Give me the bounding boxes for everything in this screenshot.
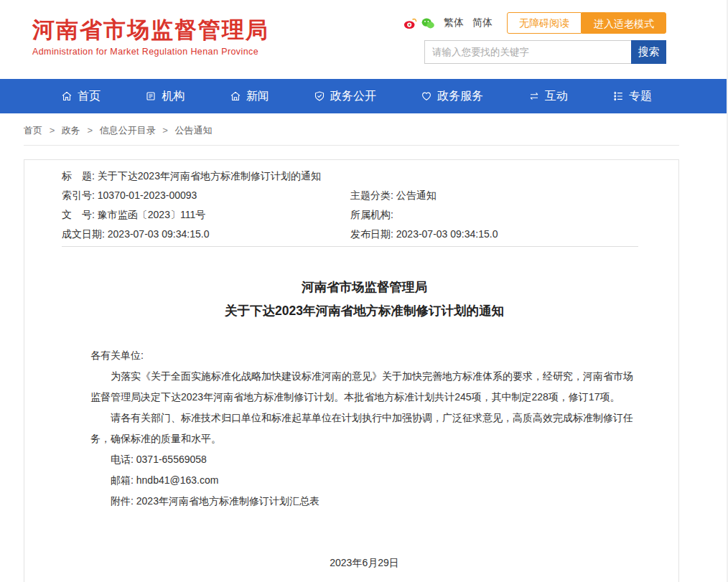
home-icon bbox=[61, 90, 73, 102]
article: 河南省市场监督管理局 关于下达2023年河南省地方标准制修订计划的通知 各有关单… bbox=[24, 276, 678, 573]
meta-row-docno: 文 号: 豫市监函〔2023〕111号 所属机构: bbox=[62, 205, 638, 225]
weibo-icon[interactable] bbox=[403, 17, 417, 29]
phone-line: 电话: 0371-65569058 bbox=[90, 449, 638, 470]
nav-label: 互动 bbox=[545, 89, 568, 104]
content-card: 标 题: 关于下达2023年河南省地方标准制修订计划的通知 索引号: 10370… bbox=[24, 159, 679, 582]
nav-item-gov-service[interactable]: 政务服务 bbox=[421, 89, 483, 104]
breadcrumb-home[interactable]: 首页 bbox=[24, 125, 42, 136]
paragraph-1: 为落实《关于全面实施标准化战略加快建设标准河南的意见》关于加快完善地方标准体系的… bbox=[90, 366, 638, 408]
meta-row-dates: 成文日期: 2023-07-03 09:34:15.0 发布日期: 2023-0… bbox=[62, 225, 638, 244]
nav-label: 首页 bbox=[78, 89, 101, 104]
nav-item-gov-open[interactable]: 政务公开 bbox=[314, 89, 376, 104]
breadcrumb-info-catalog[interactable]: 信息公开目录 bbox=[100, 125, 156, 136]
meta-title-value: 关于下达2023年河南省地方标准制修订计划的通知 bbox=[98, 166, 321, 186]
meta-written-date-value: 2023-07-03 09:34:15.0 bbox=[108, 228, 210, 240]
meta-category-value: 公告通知 bbox=[396, 189, 437, 201]
topic-icon bbox=[612, 90, 624, 102]
breadcrumb-separator: > bbox=[162, 125, 168, 136]
elder-mode-button[interactable]: 进入适老模式 bbox=[582, 12, 666, 34]
nav-label: 机构 bbox=[162, 89, 185, 104]
org-icon bbox=[145, 90, 157, 102]
news-icon bbox=[230, 90, 241, 102]
lang-traditional-link[interactable]: 繁体 bbox=[444, 17, 464, 29]
nav-item-topic[interactable]: 专题 bbox=[612, 89, 652, 104]
breadcrumb: 首页 > 政务 > 信息公开目录 > 公告通知 bbox=[24, 113, 679, 146]
page: 河南省市场监督管理局 Administration for Market Reg… bbox=[0, 0, 728, 582]
search-button[interactable]: 搜索 bbox=[631, 40, 666, 64]
accessibility-button[interactable]: 无障碍阅读 bbox=[507, 12, 582, 34]
site-subtitle: Administration for Market Regulation Hen… bbox=[32, 47, 269, 57]
site-logo: 河南省市场监督管理局 Administration for Market Reg… bbox=[32, 17, 269, 57]
meta-title-label: 标 题: bbox=[62, 166, 98, 186]
site-header: 河南省市场监督管理局 Administration for Market Reg… bbox=[0, 0, 728, 79]
nav-item-interact[interactable]: 互动 bbox=[528, 89, 568, 104]
meta-org-label: 所属机构: bbox=[350, 209, 396, 220]
top-utilities: 繁体 简体 无障碍阅读 进入适老模式 bbox=[403, 12, 666, 34]
article-title: 河南省市场监督管理局 关于下达2023年河南省地方标准制修订计划的通知 bbox=[90, 276, 638, 323]
document-meta: 标 题: 关于下达2023年河南省地方标准制修订计划的通知 索引号: 10370… bbox=[62, 160, 638, 247]
meta-written-date-label: 成文日期: bbox=[62, 228, 108, 240]
meta-row-title: 标 题: 关于下达2023年河南省地方标准制修订计划的通知 bbox=[62, 166, 638, 186]
nav-item-org[interactable]: 机构 bbox=[145, 89, 185, 104]
attachment-line[interactable]: 附件: 2023年河南省地方标准制修订计划汇总表 bbox=[90, 491, 638, 512]
search-input[interactable] bbox=[424, 40, 631, 64]
nav-item-home[interactable]: 首页 bbox=[61, 89, 101, 104]
search-bar: 搜索 bbox=[424, 40, 666, 64]
email-line: 邮箱: hndb41@163.com bbox=[90, 470, 638, 491]
meta-docno-value: 豫市监函〔2023〕111号 bbox=[98, 209, 205, 220]
wechat-icon[interactable] bbox=[421, 17, 435, 29]
lang-simplified-link[interactable]: 简体 bbox=[472, 17, 493, 29]
interact-icon bbox=[528, 90, 540, 102]
article-body: 各有关单位: 为落实《关于全面实施标准化战略加快建设标准河南的意见》关于加快完善… bbox=[90, 345, 638, 512]
nav-label: 政务公开 bbox=[330, 89, 376, 104]
meta-index-label: 索引号: bbox=[62, 189, 98, 201]
nav-label: 政务服务 bbox=[437, 89, 483, 104]
nav-item-news[interactable]: 新闻 bbox=[230, 89, 269, 104]
salutation: 各有关单位: bbox=[90, 345, 638, 366]
breadcrumb-separator: > bbox=[87, 125, 93, 136]
nav-label: 专题 bbox=[629, 89, 652, 104]
paragraph-2: 请各有关部门、标准技术归口单位和标准起草单位在计划执行中加强协调，广泛征求意见，… bbox=[90, 408, 638, 449]
site-title: 河南省市场监督管理局 bbox=[32, 17, 269, 43]
main-nav: 首页 机构 新闻 bbox=[0, 79, 727, 113]
gov-service-icon bbox=[421, 90, 432, 102]
nav-label: 新闻 bbox=[246, 89, 269, 104]
gov-open-icon bbox=[314, 90, 325, 102]
document-date: 2023年6月29日 bbox=[90, 553, 638, 573]
meta-row-index: 索引号: 10370-01-2023-00093 主题分类: 公告通知 bbox=[62, 186, 638, 205]
meta-publish-date-label: 发布日期: bbox=[350, 228, 396, 240]
meta-docno-label: 文 号: bbox=[62, 209, 98, 220]
breadcrumb-separator: > bbox=[50, 125, 55, 136]
breadcrumb-notice[interactable]: 公告通知 bbox=[175, 125, 213, 136]
meta-publish-date-value: 2023-07-03 09:34:15.0 bbox=[396, 228, 498, 240]
breadcrumb-zhengwu[interactable]: 政务 bbox=[62, 125, 80, 136]
article-title-line2: 关于下达2023年河南省地方标准制修订计划的通知 bbox=[90, 299, 638, 323]
meta-index-value: 10370-01-2023-00093 bbox=[98, 189, 197, 201]
meta-category-label: 主题分类: bbox=[350, 189, 396, 201]
article-title-line1: 河南省市场监督管理局 bbox=[90, 276, 638, 299]
